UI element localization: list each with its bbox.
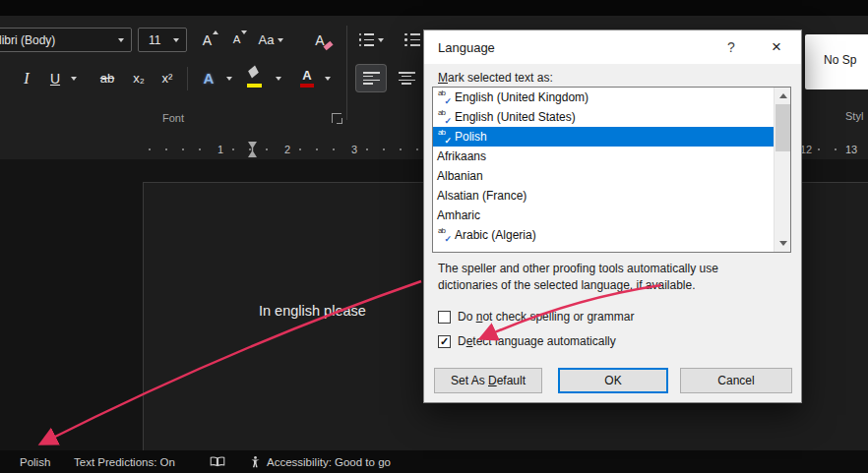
indent-marker[interactable] xyxy=(248,142,257,157)
caret-up-icon xyxy=(213,30,218,34)
language-option-label: Polish xyxy=(455,130,487,144)
chevron-down-icon xyxy=(378,38,384,42)
chevron-down-icon xyxy=(118,38,124,42)
listbox-scrollbar[interactable] xyxy=(774,88,790,252)
language-dialog: Language ? × Mark selected text as: Engl… xyxy=(423,30,802,403)
subscript-button[interactable]: x₂ xyxy=(126,65,152,91)
cancel-button[interactable]: Cancel xyxy=(680,368,792,393)
font-color-button[interactable]: A xyxy=(293,65,321,91)
style-card-no-spacing[interactable]: No Sp xyxy=(805,34,868,89)
superscript-button[interactable]: x² xyxy=(155,65,180,91)
underline-button[interactable]: U xyxy=(43,65,67,91)
language-option-label: Afrikaans xyxy=(437,149,486,163)
font-group-label: Font xyxy=(0,112,346,124)
description-line-2: dictionaries of the selected language, i… xyxy=(438,277,718,294)
highlighter-pen-icon xyxy=(248,65,259,78)
caret-down-icon xyxy=(241,30,247,34)
language-option-label: English (United Kingdom) xyxy=(455,90,589,104)
accessibility-person-icon xyxy=(249,455,262,468)
ruler-mark: 13 xyxy=(842,143,860,156)
chevron-down-icon xyxy=(71,77,77,81)
shrink-font-button[interactable]: A xyxy=(223,28,250,52)
clear-formatting-button[interactable]: A xyxy=(305,28,335,52)
language-option[interactable]: English (United States) xyxy=(433,107,775,127)
highlight-button[interactable] xyxy=(242,65,270,91)
grow-font-button[interactable]: A xyxy=(193,28,221,52)
language-option-label: Alsatian (France) xyxy=(437,189,527,203)
ok-button[interactable]: OK xyxy=(558,368,668,393)
document-text: In english please xyxy=(259,303,366,319)
font-color-bar xyxy=(300,84,314,88)
divider xyxy=(187,67,188,90)
status-proofing[interactable] xyxy=(210,450,225,473)
status-language[interactable]: Polish xyxy=(20,450,50,473)
strikethrough-button[interactable]: ab xyxy=(93,65,122,91)
checkbox-checked-icon xyxy=(438,335,451,348)
status-accessibility[interactable]: Accessibility: Good to go xyxy=(249,450,391,473)
proofing-book-icon xyxy=(210,455,225,468)
set-as-default-button[interactable]: Set As Default xyxy=(434,368,542,393)
dialog-button-row: Set As Default OK Cancel xyxy=(434,368,792,393)
language-option-label: Albanian xyxy=(437,169,483,183)
numbered-list-icon xyxy=(404,33,420,47)
checkbox-unchecked-icon xyxy=(438,311,451,324)
mark-selected-text-label: Mark selected text as: xyxy=(438,71,553,85)
text-effects-button[interactable]: A xyxy=(195,65,222,91)
proofing-description: The speller and other proofing tools aut… xyxy=(438,261,718,294)
chevron-down-icon xyxy=(325,77,331,81)
language-option-label: English (United States) xyxy=(455,110,576,124)
align-left-button[interactable] xyxy=(356,65,386,91)
scrollbar-thumb[interactable] xyxy=(775,104,790,151)
checkbox-no-spellcheck[interactable]: Do not check spelling or grammar xyxy=(438,310,634,324)
ruler-mark: 1 xyxy=(215,143,226,156)
language-option[interactable]: Amharic xyxy=(433,206,775,225)
spellcheck-icon xyxy=(437,90,452,104)
language-option-label: Arabic (Algeria) xyxy=(455,228,536,242)
checkbox-detect-language[interactable]: Detect language automatically xyxy=(438,334,616,348)
font-name-select[interactable]: libri (Body) xyxy=(0,28,132,52)
language-option[interactable]: Alsatian (France) xyxy=(433,186,775,206)
spellcheck-icon xyxy=(437,228,452,242)
word-window: libri (Body) 11 A A Aa A xyxy=(0,0,868,473)
underline-options-button[interactable] xyxy=(67,65,80,91)
status-bar: Polish Text Predictions: On Accessibilit… xyxy=(0,450,868,473)
checkbox-no-spellcheck-label: Do not check spelling or grammar xyxy=(458,310,634,324)
ruler-mark: 2 xyxy=(281,143,293,156)
language-option[interactable]: Albanian xyxy=(433,166,775,186)
chevron-down-icon xyxy=(276,77,281,81)
scroll-up-button[interactable] xyxy=(775,88,791,104)
font-size-value: 11 xyxy=(139,33,169,47)
bullet-list-icon xyxy=(359,33,375,47)
language-option[interactable]: Afrikaans xyxy=(433,147,775,166)
group-divider xyxy=(346,26,347,120)
scroll-down-button[interactable] xyxy=(775,235,791,252)
language-option[interactable]: Arabic (Algeria) xyxy=(433,225,775,245)
font-dialog-launcher-icon[interactable] xyxy=(332,113,341,123)
dialog-titlebar[interactable]: Language ? × xyxy=(424,30,801,64)
align-center-button[interactable] xyxy=(392,65,421,91)
status-text-predictions[interactable]: Text Predictions: On xyxy=(74,450,175,473)
description-line-1: The speller and other proofing tools aut… xyxy=(438,261,718,277)
close-icon[interactable]: × xyxy=(754,30,799,64)
text-effects-options-button[interactable] xyxy=(222,65,235,91)
highlight-options-button[interactable] xyxy=(272,65,284,91)
change-case-button[interactable]: Aa xyxy=(254,28,295,52)
help-button[interactable]: ? xyxy=(709,30,754,64)
align-center-icon xyxy=(399,72,415,85)
language-option-label: Amharic xyxy=(437,208,480,222)
language-listbox: English (United Kingdom) English (United… xyxy=(432,87,791,253)
chevron-down-icon xyxy=(278,38,283,42)
font-size-select[interactable]: 11 xyxy=(138,28,187,52)
style-card-label: No Sp xyxy=(824,53,856,67)
language-option[interactable]: English (United Kingdom) xyxy=(433,88,775,107)
language-option-selected[interactable]: Polish xyxy=(433,127,775,147)
bullet-list-button[interactable] xyxy=(356,28,394,52)
font-color-options-button[interactable] xyxy=(321,65,334,91)
highlight-color-bar xyxy=(247,84,262,88)
ruler-mark: 3 xyxy=(348,143,360,156)
italic-button[interactable]: I xyxy=(14,65,39,91)
triangle-down-icon xyxy=(779,241,787,246)
spellcheck-icon xyxy=(437,130,452,144)
spellcheck-icon xyxy=(437,110,452,124)
titlebar-strip xyxy=(0,0,868,16)
